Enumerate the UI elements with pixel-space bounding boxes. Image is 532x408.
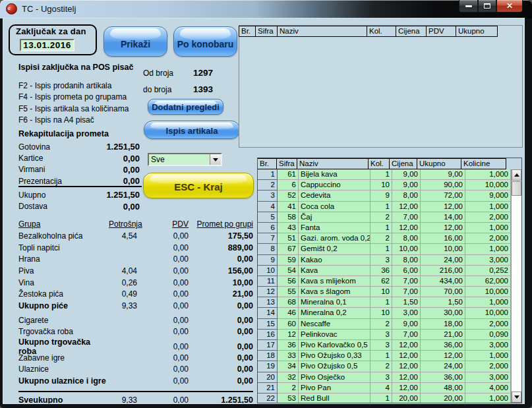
summary-value: 0,00 bbox=[123, 176, 140, 186]
rekap-totals: Ukupno1.251,50Dostava0,00 bbox=[18, 189, 140, 212]
table-cell: Pivo Pan bbox=[299, 383, 370, 393]
fkey-f2: F2 - Ispis prodanih artikala bbox=[18, 80, 129, 92]
item-row[interactable]: 1054Kava366,00216,000,252 bbox=[258, 266, 511, 276]
table-cell: Gemišt 0,2 bbox=[299, 244, 370, 254]
item-row[interactable]: 212Pivo Pan412,0048,004,000 bbox=[258, 383, 511, 393]
dropdown-arrow-button[interactable] bbox=[210, 154, 221, 165]
po-konobaru-button[interactable]: Po konobaru bbox=[173, 26, 237, 57]
table-cell: 12 bbox=[278, 330, 299, 340]
date-input[interactable]: 13.01.2016 bbox=[20, 39, 74, 51]
item-row[interactable]: 1560Nescaffe29,0018,002,000 bbox=[258, 319, 511, 330]
table-cell: 2,000 bbox=[465, 233, 511, 244]
main-content: Zaključak za dan 13.01.2016 Prikaži Po k… bbox=[3, 18, 524, 403]
ispis-artikala-button[interactable]: Ispis artikala bbox=[144, 121, 240, 139]
table-cell: 1 bbox=[370, 351, 392, 361]
table-cell: Čaj bbox=[299, 212, 370, 223]
minimize-button[interactable] bbox=[459, 0, 478, 13]
table-cell: Kakao bbox=[299, 255, 370, 266]
table-cell: 12,00 bbox=[392, 372, 421, 383]
scrollbar-track[interactable] bbox=[512, 196, 521, 392]
prikazi-button[interactable]: Prikaži bbox=[103, 26, 167, 57]
item-row[interactable]: 751Gazi. arom. voda 0,2528,0016,002,000 bbox=[258, 233, 511, 244]
scroll-down-button[interactable] bbox=[512, 392, 521, 403]
table-cell: 1,000 bbox=[465, 169, 511, 180]
item-row[interactable]: 1368Mineralna 0,111,501,501,000 bbox=[258, 297, 511, 308]
table-cell: 2 bbox=[370, 361, 392, 372]
table-cell: 21 bbox=[258, 383, 278, 393]
table-cell: 46 bbox=[278, 308, 299, 318]
table-cell: 12 bbox=[258, 287, 278, 297]
table-cell: 10 bbox=[258, 266, 278, 276]
rekap-list: Gotovina1.251,50Kartice0,00Virmani0,00Pr… bbox=[18, 141, 140, 187]
table-cell: 2 bbox=[370, 319, 392, 330]
table-cell: 32 bbox=[278, 372, 299, 383]
table-cell: 13 bbox=[258, 297, 278, 308]
item-row[interactable]: 2032Pivo Osječko312,0036,003,000 bbox=[258, 372, 511, 383]
group-promet: 0,00 bbox=[189, 316, 253, 325]
column-header: Kolicine bbox=[461, 158, 506, 169]
table-cell: 1 bbox=[370, 297, 392, 308]
table-cell: 16 bbox=[258, 330, 278, 340]
item-row[interactable]: 1833Pivo Ožujsko 0,33112,0012,001,000 bbox=[258, 351, 511, 361]
filter-dropdown-value[interactable]: Sve bbox=[149, 154, 210, 165]
dodatni-pregledi-button[interactable]: Dodatni pregledi bbox=[148, 99, 223, 115]
table-cell: 20,00 bbox=[421, 393, 465, 403]
column-header: PDV bbox=[426, 26, 456, 37]
table-cell: 36,00 bbox=[421, 340, 465, 351]
close-button[interactable]: ✕ bbox=[496, 0, 523, 13]
item-row[interactable]: 1934Pivo Ožujsko 0,5212,0024,002,000 bbox=[258, 361, 511, 372]
scrollbar-thumb[interactable] bbox=[512, 181, 521, 196]
item-row[interactable]: 867Gemišt 0,2110,0010,001,000 bbox=[258, 244, 511, 254]
item-row[interactable]: 558Čaj27,0014,002,000 bbox=[258, 212, 511, 223]
group-promet: 0,00 bbox=[189, 353, 253, 363]
item-row[interactable]: 1156Kava s mlijekom627,00434,0062,000 bbox=[258, 276, 511, 287]
scroll-up-button[interactable] bbox=[512, 169, 521, 181]
table-cell: 10,000 bbox=[465, 180, 511, 190]
table-cell: 4 bbox=[370, 383, 392, 393]
table-cell: Mineralna 0,2 bbox=[299, 308, 370, 318]
item-row[interactable]: 441Coca cola112,0012,001,000 bbox=[258, 202, 511, 212]
item-row[interactable]: 643Fanta112,0012,001,000 bbox=[258, 223, 511, 233]
summary-value: 0,00 bbox=[123, 165, 140, 175]
filter-dropdown[interactable]: Sve bbox=[148, 153, 222, 166]
maximize-button[interactable] bbox=[478, 0, 496, 13]
column-header: Br. bbox=[257, 158, 277, 169]
item-row[interactable]: 352Cedevita98,0072,009,000 bbox=[258, 190, 511, 201]
items-grid-body: 161Bijela kava19,009,001,00026Cappuccino… bbox=[258, 169, 511, 403]
table-cell: 12,00 bbox=[392, 383, 421, 393]
group-pdv: 0,00 bbox=[137, 376, 189, 386]
table-cell: Cappuccino bbox=[299, 180, 370, 190]
item-row[interactable]: 2253Red Bull120,0020,001,000 bbox=[258, 393, 511, 403]
group-promet: 0,00 bbox=[189, 254, 253, 264]
table-cell: 12,00 bbox=[421, 223, 465, 233]
group-row: Piva4,040,00156,00 bbox=[18, 265, 253, 277]
table-cell: 3,00 bbox=[392, 308, 421, 318]
table-cell: 3 bbox=[370, 330, 392, 340]
table-cell: 9,00 bbox=[392, 180, 421, 190]
table-cell: 8,00 bbox=[392, 255, 421, 266]
item-row[interactable]: 1736Pivo Karlovačko 0,5312,0036,003,000 bbox=[258, 340, 511, 351]
scroll-down-icon bbox=[514, 395, 519, 399]
item-row[interactable]: 161Bijela kava19,009,001,000 bbox=[258, 169, 511, 180]
table-cell: 1 bbox=[370, 223, 392, 233]
group-potrosnja: 0,26 bbox=[109, 278, 137, 287]
item-row[interactable]: 959Kakao38,0024,003,000 bbox=[258, 255, 511, 266]
table-cell: Coca cola bbox=[299, 202, 370, 212]
table-cell: 3 bbox=[370, 372, 392, 383]
item-row[interactable]: 26Cappuccino109,0090,0010,000 bbox=[258, 180, 511, 190]
summary-row: Virmani0,00 bbox=[18, 164, 140, 175]
group-row: Ulaznice0,000,00 bbox=[18, 364, 253, 376]
item-row[interactable]: 1255Kava s šlagom107,0070,0010,000 bbox=[258, 287, 511, 297]
group-row: Trgovačka roba0,000,00 bbox=[18, 326, 253, 338]
esc-kraj-button[interactable]: ESC - Kraj bbox=[143, 173, 254, 198]
table-cell: 2,000 bbox=[465, 212, 511, 223]
table-cell: 9 bbox=[370, 190, 392, 201]
vertical-scrollbar[interactable] bbox=[511, 169, 521, 403]
group-name: Piva bbox=[18, 266, 109, 276]
item-row[interactable]: 1612Pelinkovac37,0021,000,090 bbox=[258, 330, 511, 340]
window-controls: ✕ bbox=[459, 0, 523, 13]
group-pdv: 0,00 bbox=[137, 316, 189, 325]
column-header: Kol. bbox=[368, 158, 390, 169]
table-cell: 1 bbox=[258, 169, 278, 180]
item-row[interactable]: 1446Mineralna 0,2103,0030,0010,000 bbox=[258, 308, 511, 318]
